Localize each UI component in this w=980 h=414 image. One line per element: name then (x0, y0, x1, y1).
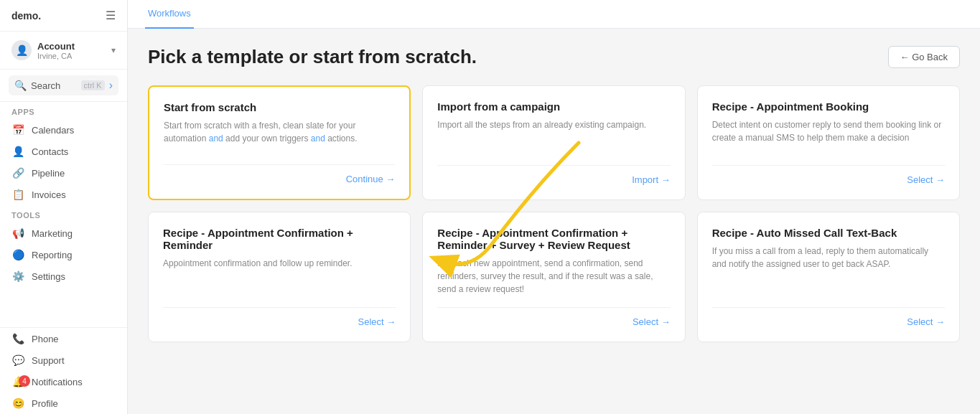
invoices-label: Invoices (32, 189, 66, 200)
marketing-label: Marketing (32, 228, 73, 239)
template-title-start-scratch: Start from scratch (164, 101, 395, 113)
template-title-appointment-booking: Recipe - Appointment Booking (712, 100, 945, 113)
select-survey-link[interactable]: Select → (633, 316, 671, 327)
template-desc-appointment-confirmation: Appointment confirmation and follow up r… (163, 257, 396, 296)
settings-label: Settings (32, 271, 65, 282)
hamburger-icon[interactable]: ☰ (106, 9, 116, 22)
settings-icon: ⚙️ (11, 270, 24, 282)
template-desc-auto-missed-call: If you miss a call from a lead, reply to… (712, 245, 945, 296)
sidebar-item-reporting[interactable]: 🔵 Reporting (0, 244, 127, 265)
support-icon: 💬 (11, 354, 24, 366)
phone-icon: 📞 (11, 333, 24, 344)
sidebar: demo. ☰ 👤 Account Irvine, CA ▾ 🔍 Search … (0, 0, 128, 414)
profile-icon: 😊 (11, 397, 24, 409)
sidebar-item-pipeline[interactable]: 🔗 Pipeline (0, 162, 127, 184)
calendars-icon: 📅 (11, 124, 24, 136)
tab-workflows[interactable]: Workflows (145, 0, 194, 29)
template-title-appointment-confirmation: Recipe - Appointment Confirmation + Remi… (163, 227, 396, 251)
template-title-auto-missed-call: Recipe - Auto Missed Call Text-Back (712, 227, 945, 239)
template-desc-start-scratch: Start from scratch with a fresh, clean s… (164, 119, 395, 153)
select-booking-link[interactable]: Select → (907, 174, 945, 185)
sidebar-item-support[interactable]: 💬 Support (0, 349, 127, 371)
sidebar-item-contacts[interactable]: 👤 Contacts (0, 141, 127, 162)
chevron-down-icon: ▾ (111, 45, 116, 55)
template-title-import-campaign: Import from a campaign (437, 100, 670, 113)
page-header: Pick a template or start from scratch. ←… (148, 46, 960, 68)
template-card-appointment-survey[interactable]: Recipe - Appointment Confirmation + Remi… (422, 212, 685, 342)
calendars-label: Calendars (32, 125, 74, 136)
logo-section: demo. ☰ (0, 0, 127, 32)
apps-label: Apps (0, 102, 127, 119)
template-card-auto-missed-call[interactable]: Recipe - Auto Missed Call Text-Back If y… (697, 212, 960, 342)
template-desc-import-campaign: Import all the steps from an already exi… (437, 118, 670, 154)
template-action-start-scratch: Continue → (164, 164, 395, 184)
marketing-icon: 📢 (11, 227, 24, 239)
template-card-import-campaign[interactable]: Import from a campaign Import all the st… (422, 85, 685, 200)
template-card-appointment-booking[interactable]: Recipe - Appointment Booking Detect inte… (697, 85, 960, 200)
sidebar-item-invoices[interactable]: 📋 Invoices (0, 184, 127, 205)
sidebar-item-notifications[interactable]: 🔔 Notifications 4 (0, 371, 127, 392)
sidebar-item-phone[interactable]: 📞 Phone (0, 328, 127, 349)
template-grid: Start from scratch Start from scratch wi… (148, 85, 960, 342)
sidebar-item-marketing[interactable]: 📢 Marketing (0, 222, 127, 244)
select-confirmation-link[interactable]: Select → (358, 316, 396, 327)
search-section: 🔍 Search ctrl K › (0, 70, 127, 102)
reporting-label: Reporting (32, 250, 72, 260)
account-location: Irvine, CA (37, 52, 106, 60)
account-info: Account Irvine, CA (37, 41, 106, 60)
app-logo: demo. (11, 10, 41, 22)
phone-label: Phone (32, 334, 59, 344)
contacts-label: Contacts (32, 146, 68, 157)
page-title: Pick a template or start from scratch. (148, 46, 477, 68)
sidebar-bottom: 📞 Phone 💬 Support 🔔 Notifications 4 😊 Pr… (0, 327, 127, 414)
invoices-icon: 📋 (11, 189, 24, 200)
search-shortcut: ctrl K (81, 80, 105, 90)
template-action-appointment-survey: Select → (437, 307, 670, 327)
template-action-appointment-confirmation: Select → (163, 307, 396, 327)
contacts-icon: 👤 (11, 146, 24, 157)
go-back-button[interactable]: ← Go Back (888, 46, 960, 68)
select-missed-call-link[interactable]: Select → (907, 316, 945, 327)
search-bar[interactable]: 🔍 Search ctrl K › (9, 75, 118, 95)
content-area: Pick a template or start from scratch. ←… (128, 29, 980, 414)
template-desc-appointment-survey: For each new appointment, send a confirm… (437, 257, 670, 296)
template-desc-appointment-booking: Detect intent on customer reply to send … (712, 118, 945, 154)
notifications-label: Notifications (32, 377, 83, 387)
support-label: Support (32, 355, 65, 366)
template-card-start-scratch[interactable]: Start from scratch Start from scratch wi… (148, 85, 411, 200)
top-nav: Workflows (128, 0, 980, 29)
sidebar-item-profile[interactable]: 😊 Profile (0, 392, 127, 414)
search-label: Search (31, 80, 77, 91)
template-title-appointment-survey: Recipe - Appointment Confirmation + Remi… (437, 227, 670, 251)
template-action-appointment-booking: Select → (712, 165, 945, 185)
sidebar-item-settings[interactable]: ⚙️ Settings (0, 265, 127, 287)
reporting-icon: 🔵 (11, 249, 24, 260)
notification-badge: 4 (19, 375, 30, 387)
search-arrow-icon: › (109, 79, 113, 92)
account-dropdown[interactable]: 👤 Account Irvine, CA ▾ (9, 37, 118, 63)
pipeline-label: Pipeline (32, 168, 65, 179)
account-name: Account (37, 41, 106, 52)
template-action-auto-missed-call: Select → (712, 307, 945, 327)
search-icon: 🔍 (14, 80, 27, 91)
profile-label: Profile (32, 398, 58, 409)
continue-link[interactable]: Continue → (346, 174, 396, 184)
avatar: 👤 (11, 40, 32, 60)
content-wrapper: Start from scratch Start from scratch wi… (148, 85, 960, 342)
sidebar-item-calendars[interactable]: 📅 Calendars (0, 119, 127, 141)
main-area: Workflows Pick a template or start from … (128, 0, 980, 414)
template-card-appointment-confirmation[interactable]: Recipe - Appointment Confirmation + Remi… (148, 212, 411, 342)
account-section: 👤 Account Irvine, CA ▾ (0, 32, 127, 70)
import-link[interactable]: Import → (632, 174, 670, 185)
template-action-import-campaign: Import → (437, 165, 670, 185)
tools-label: Tools (0, 205, 127, 222)
pipeline-icon: 🔗 (11, 167, 24, 179)
